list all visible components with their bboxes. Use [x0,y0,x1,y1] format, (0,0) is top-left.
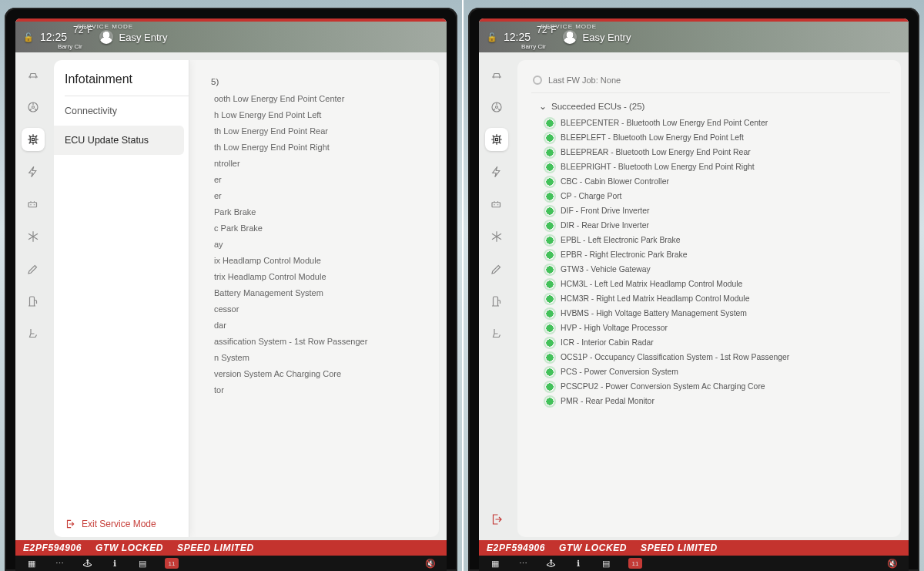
ecu-row[interactable]: HVP - High Voltage Processor [545,321,890,334]
sidebar-snow-icon[interactable] [22,225,45,248]
dock-grid-icon[interactable]: ▤ [601,558,611,569]
ecu-row-fragment[interactable]: Battery Management System [214,285,428,300]
ecu-label: BLEEPLEFT - Bluetooth Low Energy End Poi… [561,133,744,142]
dock-info-icon[interactable]: ℹ [109,558,120,569]
ecu-row[interactable]: DIR - Rear Drive Inverter [545,219,890,232]
ecu-row[interactable]: GTW3 - Vehicle Gateway [545,263,890,276]
ecu-label: PMR - Rear Pedal Monitor [561,397,654,405]
status-ok-icon [545,221,554,230]
ecu-row-fragment[interactable]: ntroller [214,156,428,170]
status-bar: 🔓 12:25 SERVICE MODE 72°F Barry Cir Easy… [15,18,447,52]
submenu-ecu-update[interactable]: ECU Update Status [54,126,184,155]
ecu-row[interactable]: CP - Charge Port [545,190,890,203]
sidebar-exit-icon[interactable] [485,508,508,531]
exit-service-mode-button[interactable]: Exit Service Mode [65,519,156,529]
ecu-row[interactable]: PCSCPU2 - Power Conversion System Ac Cha… [545,380,890,393]
profile-icon[interactable] [99,30,113,44]
ecu-row-fragment[interactable]: c Park Brake [214,220,428,235]
dock-app-icon[interactable]: ▦ [26,558,37,569]
sidebar-fuel-icon[interactable] [485,290,508,313]
ecu-row[interactable]: BLEEPCENTER - Bluetooth Low Energy End P… [545,116,890,129]
ecu-row-fragment[interactable]: ooth Low Energy End Point Center [214,91,428,106]
sidebar-snow-icon[interactable] [485,225,508,248]
ecu-row[interactable]: PMR - Rear Pedal Monitor [545,395,890,408]
fw-job-row[interactable]: Last FW Job: None [531,72,890,93]
profile-name[interactable]: Easy Entry [583,32,631,43]
status-ok-icon [545,382,554,391]
dock-joystick-icon[interactable]: 🕹 [82,558,92,569]
lock-icon: 🔓 [487,32,497,42]
sidebar-car-icon[interactable] [22,63,45,86]
sidebar-cpu-icon[interactable] [22,128,45,151]
dock-grid-icon[interactable]: ▤ [137,558,148,569]
sidebar-wheel-icon[interactable] [485,96,508,119]
dock-more-icon[interactable]: ⋯ [54,558,65,569]
sidebar-fuel-icon[interactable] [22,290,45,313]
ecu-row[interactable]: BLEEPLEFT - Bluetooth Low Energy End Poi… [545,131,890,144]
ecu-label: n System [214,353,249,362]
dock-info-icon[interactable]: ℹ [573,558,584,569]
ecu-label: EPBL - Left Electronic Park Brake [561,236,681,244]
ecu-group-header[interactable]: 5) [203,72,428,91]
ecu-row[interactable]: HCM3R - Right Led Matrix Headlamp Contro… [545,292,890,305]
ecu-row[interactable]: OCS1P - Occupancy Classification System … [545,351,890,364]
ecu-row-fragment[interactable]: assification System - 1st Row Passenger [214,334,428,348]
ecu-label: DIF - Front Drive Inverter [561,207,649,215]
sidebar-seat-icon[interactable] [485,322,508,345]
ecu-group-header[interactable]: ⌄ Succeeded ECUs - (25) [531,96,890,116]
status-ok-icon [545,368,554,377]
dock-app-icon[interactable]: ▦ [490,558,500,569]
dock-mute-icon[interactable]: 🔇 [887,558,898,569]
status-location: Barry Cir [58,43,82,50]
submenu-connectivity[interactable]: Connectivity [54,96,189,126]
ecu-row-fragment[interactable]: n System [214,350,428,364]
sidebar-pencil-icon[interactable] [485,257,508,280]
ecu-row[interactable]: BLEEPRIGHT - Bluetooth Low Energy End Po… [545,160,890,173]
dock-calendar-icon[interactable]: 11 [165,558,179,569]
dock-joystick-icon[interactable]: 🕹 [545,558,556,569]
dock-mute-icon[interactable]: 🔇 [425,558,436,569]
ecu-row[interactable]: PCS - Power Conversion System [545,365,890,378]
ecu-row[interactable]: ICR - Interior Cabin Radar [545,336,890,349]
dock-calendar-icon[interactable]: 11 [628,558,642,569]
dock-more-icon[interactable]: ⋯ [517,558,528,569]
profile-name[interactable]: Easy Entry [119,32,168,43]
ecu-row-fragment[interactable]: Park Brake [214,204,428,219]
sidebar-seat-icon[interactable] [22,322,45,345]
ecu-row[interactable]: CBC - Cabin Blower Controller [545,175,890,188]
profile-icon[interactable] [563,30,577,44]
sidebar-car-icon[interactable] [485,63,508,86]
sidebar-pencil-icon[interactable] [22,257,45,280]
sidebar-battery-icon[interactable] [22,193,45,216]
ecu-row-fragment[interactable]: trix Headlamp Control Module [214,269,428,284]
sidebar-cpu-icon[interactable] [485,128,508,151]
ecu-row[interactable]: HCM3L - Left Led Matrix Headlamp Control… [545,277,890,291]
ecu-row-fragment[interactable]: dar [214,317,428,332]
ecu-row-fragment[interactable]: tor [214,382,428,397]
ecu-row[interactable]: BLEEPREAR - Bluetooth Low Energy End Poi… [545,146,890,159]
ecu-row[interactable]: EPBR - Right Electronic Park Brake [545,248,890,261]
ecu-row-fragment[interactable]: th Low Energy End Point Rear [214,123,428,138]
ecu-row-fragment[interactable]: ay [214,237,428,251]
ecu-row-fragment[interactable]: th Low Energy End Point Right [214,139,428,154]
ecu-row-fragment[interactable]: h Low Energy End Point Left [214,107,428,122]
ecu-row-fragment[interactable]: er [214,188,428,203]
ecu-label: DIR - Rear Drive Inverter [561,221,649,230]
svg-rect-8 [496,139,498,141]
sidebar-bolt-icon[interactable] [22,160,45,183]
ecu-row-fragment[interactable]: ix Headlamp Control Module [214,253,428,267]
sidebar-bolt-icon[interactable] [485,160,508,183]
svg-rect-7 [494,136,500,143]
ecu-row-fragment[interactable]: er [214,172,428,186]
alert-banner: E2PF594906 GTW LOCKED SPEED LIMITED [479,540,909,556]
ecu-row[interactable]: EPBL - Left Electronic Park Brake [545,233,890,247]
sidebar-battery-icon[interactable] [485,193,508,216]
status-ok-icon [545,280,554,289]
svg-rect-3 [32,139,35,141]
ecu-row[interactable]: HVBMS - High Voltage Battery Management … [545,307,890,320]
sidebar-wheel-icon[interactable] [22,96,45,119]
ecu-row-fragment[interactable]: version System Ac Charging Core [214,366,428,381]
ecu-label: PCSCPU2 - Power Conversion System Ac Cha… [561,382,765,391]
ecu-row-fragment[interactable]: cessor [214,301,428,316]
ecu-row[interactable]: DIF - Front Drive Inverter [545,204,890,217]
